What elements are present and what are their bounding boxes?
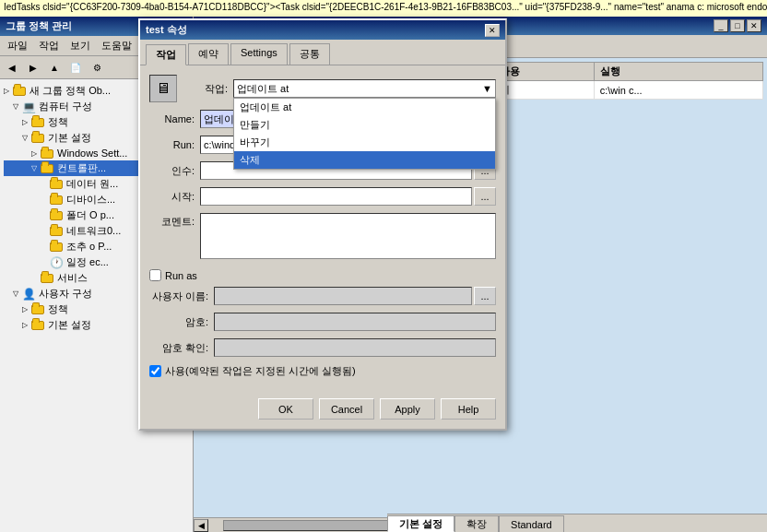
dialog-body: 🖥 작업: 업데이트 at ▼ 업데이트 at 만들기 바꾸기 삭제 [140, 65, 505, 393]
tab-schedule[interactable]: 예약 [188, 43, 229, 65]
name-label: Name: [149, 113, 200, 124]
args-label: 인수: [149, 164, 200, 178]
tab-settings[interactable]: Settings [230, 43, 288, 65]
ok-button[interactable]: OK [258, 398, 313, 420]
password-row: 암호: [149, 313, 496, 331]
confirm-password-row: 암호 확인: [149, 338, 496, 357]
enabled-row: 사용(예약된 작업은 지정된 시간에 실행됨) [149, 364, 496, 378]
run-as-row: Run as [149, 269, 496, 281]
username-input[interactable] [214, 287, 472, 305]
dropdown-option-replace[interactable]: 바꾸기 [234, 134, 495, 151]
dropdown-option-create[interactable]: 만들기 [234, 116, 495, 134]
dialog-title: test 속성 [146, 23, 187, 37]
password-input[interactable] [214, 313, 496, 331]
modal-overlay: test 속성 ✕ 작업 예약 Settings 공통 🖥 [0, 0, 767, 532]
username-label: 사용자 이름: [149, 290, 214, 303]
start-label: 시작: [149, 190, 200, 204]
comment-label: 코멘트: [149, 213, 200, 229]
action-dropdown-list[interactable]: 업데이트 at 만들기 바꾸기 삭제 [233, 98, 496, 170]
help-button[interactable]: Help [441, 398, 496, 420]
confirm-password-input[interactable] [214, 338, 496, 357]
dropdown-option-delete[interactable]: 삭제 [234, 151, 495, 169]
action-dropdown-btn[interactable]: 업데이트 at ▼ [233, 79, 496, 98]
username-field-group: ... [214, 287, 496, 305]
run-as-label: Run as [165, 270, 197, 281]
confirm-password-label: 암호 확인: [149, 341, 214, 355]
task-dropdown-row: 🖥 작업: 업데이트 at ▼ 업데이트 at 만들기 바꾸기 삭제 [149, 75, 496, 102]
apply-button[interactable]: Apply [380, 398, 435, 420]
comment-textarea[interactable] [200, 213, 496, 259]
username-browse-btn[interactable]: ... [474, 287, 496, 305]
comment-row: 코멘트: [149, 213, 496, 262]
dropdown-label: 작업: [183, 82, 233, 96]
username-row: 사용자 이름: ... [149, 287, 496, 305]
dialog-close-button[interactable]: ✕ [485, 24, 500, 37]
dialog-titlebar: test 속성 ✕ [140, 20, 505, 40]
task-icon: 🖥 [149, 75, 177, 102]
tab-common[interactable]: 공통 [289, 43, 330, 65]
dialog-footer: OK Cancel Apply Help [140, 393, 505, 429]
action-dropdown[interactable]: 업데이트 at ▼ 업데이트 at 만들기 바꾸기 삭제 [233, 79, 496, 98]
start-field-group: ... [200, 187, 496, 206]
properties-dialog: test 속성 ✕ 작업 예약 Settings 공통 🖥 [138, 18, 507, 431]
comment-field-group [200, 213, 496, 262]
dialog-tabs: 작업 예약 Settings 공통 [140, 40, 505, 65]
cancel-button[interactable]: Cancel [319, 398, 374, 420]
enabled-label: 사용(예약된 작업은 지정된 시간에 실행됨) [165, 364, 356, 378]
dropdown-option-update[interactable]: 업데이트 at [234, 99, 495, 116]
tab-task[interactable]: 작업 [146, 44, 186, 65]
start-row: 시작: ... [149, 187, 496, 206]
start-browse-btn[interactable]: ... [474, 187, 496, 206]
password-label: 암호: [149, 315, 214, 329]
run-label: Run: [149, 139, 200, 150]
start-input[interactable] [200, 187, 472, 206]
enabled-checkbox[interactable] [149, 365, 161, 377]
run-as-checkbox[interactable] [149, 269, 161, 281]
